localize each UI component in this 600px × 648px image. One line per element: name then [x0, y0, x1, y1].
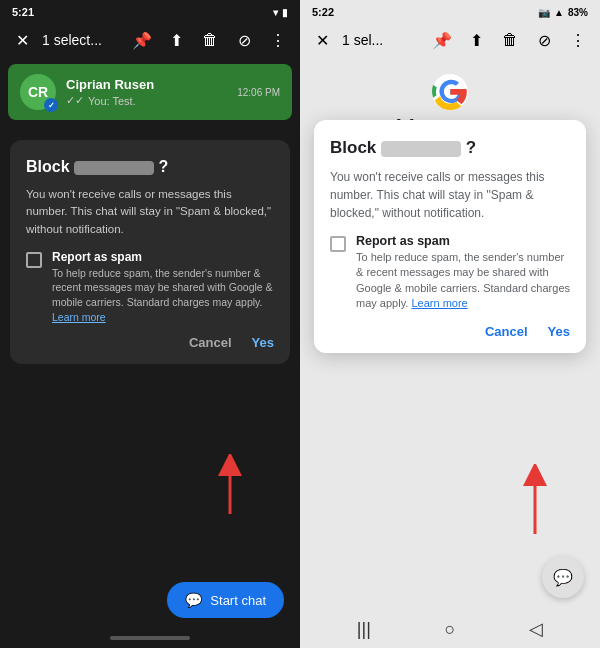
spam-checkbox-row-left: Report as spam To help reduce spam, the …: [26, 250, 274, 325]
contact-name-left: Ciprian Rusen: [66, 77, 227, 92]
contact-preview-left: ✓✓ You: Test.: [66, 94, 227, 107]
arrow-svg-right: [495, 464, 555, 544]
nav-bar-left: [0, 636, 300, 640]
status-bar-right: 5:22 📷 ▲ 83%: [300, 0, 600, 22]
time-left: 5:21: [12, 6, 34, 18]
delete-icon-right[interactable]: 🗑: [496, 26, 524, 54]
spam-body-right: To help reduce spam, the sender's number…: [356, 250, 570, 312]
cancel-button-right[interactable]: Cancel: [485, 324, 528, 339]
more-icon-right[interactable]: ⋮: [564, 26, 592, 54]
chat-icon: 💬: [185, 592, 202, 608]
dialog-actions-left: Cancel Yes: [26, 335, 274, 350]
close-button-right[interactable]: ✕: [308, 26, 336, 54]
action-bar-right: ✕ 1 sel... 📌 ⬆ 🗑 ⊘ ⋮: [300, 22, 600, 58]
spam-label-right: Report as spam: [356, 234, 570, 248]
contact-time-left: 12:06 PM: [237, 87, 280, 98]
fab-icon: 💬: [553, 568, 573, 587]
action-bar-title-right: 1 sel...: [342, 32, 422, 48]
learn-more-right[interactable]: Learn more: [411, 297, 467, 309]
spam-checkbox-left[interactable]: [26, 252, 42, 268]
learn-more-left[interactable]: Learn more: [52, 311, 106, 323]
checkmark-left: ✓: [44, 98, 58, 112]
spam-label-area-right: Report as spam To help reduce spam, the …: [356, 234, 570, 312]
fab-chat-button[interactable]: 💬: [542, 556, 584, 598]
spam-label-left: Report as spam: [52, 250, 274, 264]
dialog-body-right: You won't receive calls or messages this…: [330, 168, 570, 222]
wifi-icon: ▾: [273, 7, 278, 18]
arrow-right: [495, 464, 555, 548]
nav-bar-right: ||| ○ ◁: [300, 618, 600, 640]
action-bar-left: ✕ 1 select... 📌 ⬆ 🗑 ⊘ ⋮: [0, 22, 300, 58]
blurred-number-right: [381, 141, 461, 157]
right-phone: 5:22 📷 ▲ 83% ✕ 1 sel... 📌 ⬆ 🗑 ⊘ ⋮ Messag…: [300, 0, 600, 648]
pin-icon-right[interactable]: 📌: [428, 26, 456, 54]
camera-icon: 📷: [538, 7, 550, 18]
block-icon-right[interactable]: ⊘: [530, 26, 558, 54]
share-icon-left[interactable]: ⬆: [162, 26, 190, 54]
nav-indicator-left: [110, 636, 190, 640]
spam-checkbox-right[interactable]: [330, 236, 346, 252]
avatar-left: CR ✓: [20, 74, 56, 110]
google-logo: [432, 74, 468, 110]
nav-back-icon[interactable]: |||: [357, 619, 371, 640]
contact-info-left: Ciprian Rusen ✓✓ You: Test.: [66, 77, 227, 107]
signal-icon: ▲: [554, 7, 564, 18]
spam-body-left: To help reduce spam, the sender's number…: [52, 266, 274, 325]
status-icons-right: 📷 ▲ 83%: [538, 7, 588, 18]
dialog-body-left: You won't receive calls or messages this…: [26, 186, 274, 238]
nav-recents-icon[interactable]: ◁: [529, 618, 543, 640]
spam-checkbox-row-right: Report as spam To help reduce spam, the …: [330, 234, 570, 312]
cancel-button-left[interactable]: Cancel: [189, 335, 232, 350]
yes-button-left[interactable]: Yes: [252, 335, 274, 350]
block-dialog-left: Block ? You won't receive calls or messa…: [10, 140, 290, 364]
arrow-left: [190, 454, 250, 528]
battery-right: 83%: [568, 7, 588, 18]
contact-item-left[interactable]: CR ✓ Ciprian Rusen ✓✓ You: Test. 12:06 P…: [8, 64, 292, 120]
block-icon-left[interactable]: ⊘: [230, 26, 258, 54]
dialog-actions-right: Cancel Yes: [330, 324, 570, 339]
status-icons-left: ▾ ▮: [273, 7, 288, 18]
more-icon-left[interactable]: ⋮: [264, 26, 292, 54]
close-button-left[interactable]: ✕: [8, 26, 36, 54]
double-check-icon: ✓✓: [66, 94, 84, 107]
action-bar-title-left: 1 select...: [42, 32, 122, 48]
start-chat-button[interactable]: 💬 Start chat: [167, 582, 284, 618]
dialog-title-left: Block ?: [26, 158, 274, 176]
start-chat-label: Start chat: [210, 593, 266, 608]
blurred-number-left: [74, 161, 154, 175]
share-icon-right[interactable]: ⬆: [462, 26, 490, 54]
block-dialog-right: Block ? You won't receive calls or messa…: [314, 120, 586, 353]
battery-icon: ▮: [282, 7, 288, 18]
left-phone: 5:21 ▾ ▮ ✕ 1 select... 📌 ⬆ 🗑 ⊘ ⋮ CR ✓ Ci…: [0, 0, 300, 648]
delete-icon-left[interactable]: 🗑: [196, 26, 224, 54]
arrow-svg-left: [190, 454, 250, 524]
time-right: 5:22: [312, 6, 334, 18]
yes-button-right[interactable]: Yes: [548, 324, 570, 339]
spam-label-area-left: Report as spam To help reduce spam, the …: [52, 250, 274, 325]
dialog-title-right: Block ?: [330, 138, 570, 158]
status-bar-left: 5:21 ▾ ▮: [0, 0, 300, 22]
nav-home-icon[interactable]: ○: [445, 619, 456, 640]
pin-icon-left[interactable]: 📌: [128, 26, 156, 54]
